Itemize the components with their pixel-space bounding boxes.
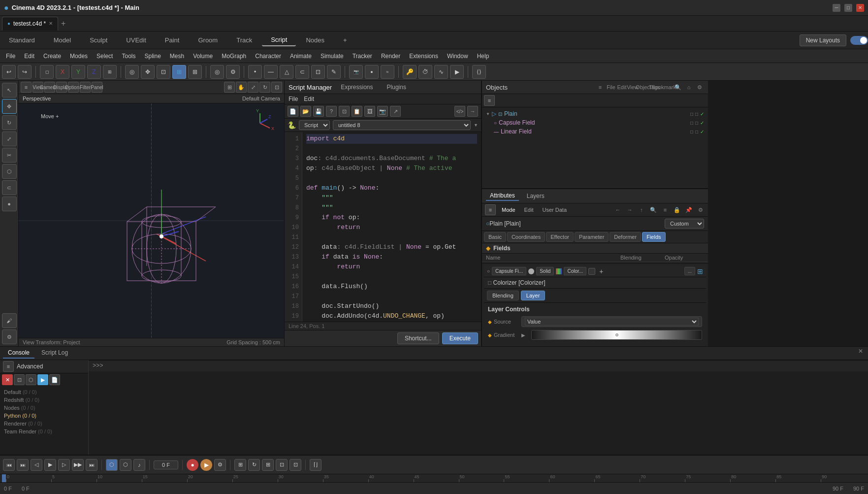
tl-chart-btn[interactable]: ⌈⌋ bbox=[310, 459, 321, 471]
attr-search-icon[interactable]: 🔍 bbox=[649, 205, 658, 214]
color-chip[interactable]: Color... bbox=[564, 267, 586, 275]
attr-back-icon[interactable]: ← bbox=[613, 205, 622, 214]
groom-mode-button[interactable]: Groom bbox=[189, 34, 226, 46]
sm-plugins-tab[interactable]: Plugins bbox=[382, 83, 411, 92]
tl-loop3-btn[interactable]: ⊡ bbox=[276, 459, 288, 471]
render-settings-button[interactable]: ⚙ bbox=[226, 65, 240, 79]
vp-menu-icon[interactable]: ≡ bbox=[21, 82, 32, 93]
tl-autokey-btn[interactable]: ⬡ bbox=[120, 459, 131, 471]
gradient-display[interactable] bbox=[531, 330, 702, 340]
execute-button[interactable]: Execute bbox=[442, 332, 478, 344]
tl-end-btn[interactable]: ⏭ bbox=[86, 459, 97, 471]
sm-open-btn[interactable]: 📂 bbox=[300, 106, 311, 117]
console-team-render[interactable]: Team Render (0 / 0) bbox=[4, 428, 84, 435]
sm-save-btn[interactable]: 💾 bbox=[313, 106, 324, 117]
sm-name-select[interactable]: untitled 8 bbox=[333, 120, 471, 130]
tool-move[interactable]: ✥ bbox=[2, 99, 17, 114]
object-mode-button[interactable]: ◻ bbox=[40, 65, 54, 79]
standard-mode-button[interactable]: Standard bbox=[0, 34, 44, 46]
vp-frame-btn[interactable]: ⊡ bbox=[271, 82, 282, 93]
tl-settings-btn[interactable]: ⚙ bbox=[214, 459, 226, 471]
render-button[interactable]: ◎ bbox=[210, 65, 224, 79]
colorizer-more-icon[interactable]: ... bbox=[684, 267, 695, 275]
sm-export-btn[interactable]: ↗ bbox=[390, 106, 401, 117]
tl-loop2-btn[interactable]: ⊞ bbox=[262, 459, 274, 471]
sm-copy-btn[interactable]: ⊡ bbox=[339, 106, 350, 117]
console-redshift[interactable]: Redshift (0 / 0) bbox=[4, 396, 84, 404]
new-layouts-button[interactable]: New Layouts bbox=[800, 34, 846, 46]
world-coord-button[interactable]: ⊡ bbox=[311, 65, 325, 79]
deformer-tab[interactable]: Deformer bbox=[610, 232, 641, 242]
plain-expand-icon[interactable]: ▼ bbox=[486, 112, 490, 116]
menu-character[interactable]: Character bbox=[251, 51, 285, 61]
layer-tab[interactable]: Layer bbox=[521, 291, 546, 300]
code-content[interactable]: import c4d doc: c4d.documents.BaseDocume… bbox=[302, 132, 481, 322]
menu-select[interactable]: Select bbox=[93, 51, 117, 61]
sculpt-mode-button[interactable]: Sculpt bbox=[81, 34, 116, 46]
attr-forward-icon[interactable]: → bbox=[625, 205, 634, 214]
plain-visible[interactable]: ✓ bbox=[700, 111, 704, 117]
tool-extrude[interactable]: ⬡ bbox=[2, 164, 17, 179]
tool-scale[interactable]: ⤢ bbox=[2, 132, 17, 146]
scale-tool-button[interactable]: ⊡ bbox=[157, 65, 170, 79]
vp-hand-btn[interactable]: ✋ bbox=[236, 82, 247, 93]
add-tab-button[interactable]: + bbox=[58, 19, 68, 28]
undo-button[interactable]: ↩ bbox=[2, 65, 16, 79]
menu-help[interactable]: Help bbox=[473, 51, 493, 61]
sm-img-btn[interactable]: 🖼 bbox=[364, 106, 375, 117]
tl-next-frame-btn[interactable]: ▷ bbox=[58, 459, 70, 471]
sm-cam-btn[interactable]: 📷 bbox=[377, 106, 388, 117]
tool-select[interactable]: ↖ bbox=[2, 83, 17, 98]
menu-file[interactable]: File bbox=[2, 51, 19, 61]
console-tab[interactable]: Console bbox=[3, 348, 34, 359]
track-mode-button[interactable]: Track bbox=[227, 34, 261, 46]
tool-bridge[interactable]: ⊂ bbox=[2, 180, 17, 195]
x-axis-button[interactable]: X bbox=[56, 65, 69, 79]
sm-code-btn[interactable]: </> bbox=[454, 106, 465, 117]
menu-animate[interactable]: Animate bbox=[286, 51, 316, 61]
plain-check1[interactable]: □ bbox=[690, 111, 693, 117]
objects-home-icon[interactable]: ⌂ bbox=[684, 83, 693, 92]
menu-tools[interactable]: Tools bbox=[118, 51, 139, 61]
linear-check1[interactable]: □ bbox=[690, 129, 693, 134]
tl-sound-btn[interactable]: ♪ bbox=[133, 459, 145, 471]
menu-window[interactable]: Window bbox=[443, 51, 472, 61]
tweak-button[interactable]: ✎ bbox=[327, 65, 341, 79]
objects-settings-icon[interactable]: ⚙ bbox=[695, 83, 704, 92]
attr-up-icon[interactable]: ↑ bbox=[637, 205, 646, 214]
menu-mograph[interactable]: MoGraph bbox=[218, 51, 250, 61]
point-mode-button[interactable]: • bbox=[248, 65, 262, 79]
tool-knife[interactable]: ✂ bbox=[2, 148, 17, 163]
console-copy-btn[interactable]: ⊡ bbox=[14, 374, 25, 385]
tool-weld[interactable]: ● bbox=[2, 197, 17, 211]
console-file-btn[interactable]: 📄 bbox=[49, 374, 60, 385]
vp-zoom-btn[interactable]: ⤢ bbox=[248, 82, 258, 93]
colorizer-add-icon[interactable]: + bbox=[599, 267, 603, 275]
layers-tab[interactable]: Layers bbox=[523, 192, 548, 200]
camera-button[interactable]: 📷 bbox=[349, 65, 363, 79]
colorizer-obj-check[interactable]: □ bbox=[488, 279, 491, 286]
effector-tab[interactable]: Effector bbox=[546, 232, 574, 242]
console-nodes[interactable]: Nodes (0 / 0) bbox=[4, 404, 84, 412]
sm-help-btn[interactable]: ? bbox=[326, 106, 337, 117]
capsule-chip[interactable]: Capsule Fi... bbox=[492, 267, 526, 275]
redo-button[interactable]: ↪ bbox=[18, 65, 32, 79]
attr-userdata-btn[interactable]: User Data bbox=[540, 206, 570, 214]
attributes-tab[interactable]: Attributes bbox=[486, 191, 519, 201]
objects-menu-icon[interactable]: ≡ bbox=[596, 83, 605, 92]
fields-tab[interactable]: Fields bbox=[642, 232, 665, 242]
menu-render[interactable]: Render bbox=[377, 51, 404, 61]
menu-mesh[interactable]: Mesh bbox=[166, 51, 188, 61]
menu-tracker[interactable]: Tracker bbox=[349, 51, 376, 61]
curves-button[interactable]: ∿ bbox=[434, 65, 448, 79]
linear-check2[interactable]: □ bbox=[695, 129, 698, 134]
sm-nav-btn[interactable]: → bbox=[467, 106, 478, 117]
menu-modes[interactable]: Modes bbox=[66, 51, 92, 61]
gradient-expand-icon[interactable]: ▶ bbox=[521, 332, 525, 338]
tl-play-btn[interactable]: ▶ bbox=[44, 459, 56, 471]
gradient-handle[interactable] bbox=[615, 333, 618, 336]
tl-frame-input[interactable]: 0 F bbox=[154, 461, 178, 469]
tl-start-btn[interactable]: ⏮ bbox=[3, 459, 15, 471]
obj-layer-icon[interactable]: ≡ bbox=[484, 95, 495, 106]
script-log-tab[interactable]: Script Log bbox=[36, 348, 73, 359]
